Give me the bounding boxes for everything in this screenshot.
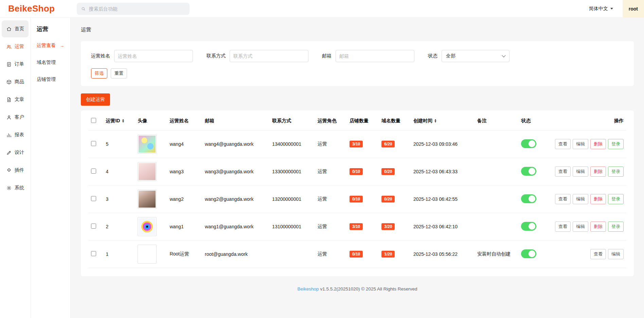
filter-button[interactable]: 筛选 bbox=[91, 68, 107, 78]
edit-button[interactable]: 编辑 bbox=[608, 249, 624, 259]
articles-icon bbox=[6, 97, 12, 103]
status-toggle[interactable] bbox=[521, 222, 536, 231]
edit-button[interactable]: 编辑 bbox=[573, 166, 588, 177]
cell-operator-name: Root运营 bbox=[167, 241, 202, 268]
status-toggle[interactable] bbox=[521, 167, 536, 176]
login-button[interactable]: 登录 bbox=[608, 222, 624, 232]
status-toggle[interactable] bbox=[521, 139, 536, 148]
delete-button[interactable]: 删除 bbox=[590, 194, 606, 204]
column-header-label: 域名数量 bbox=[381, 118, 400, 123]
search-input[interactable] bbox=[89, 6, 185, 12]
column-header: 头像 bbox=[135, 112, 167, 130]
sidebar-item-system[interactable]: 系统 bbox=[2, 179, 29, 196]
delete-button[interactable]: 删除 bbox=[590, 166, 606, 177]
operator-name-input[interactable] bbox=[114, 50, 193, 62]
cell-operator-id: 2 bbox=[103, 213, 135, 241]
column-header-label: 状态 bbox=[521, 118, 531, 123]
filter-group-contact: 联系方式 bbox=[207, 50, 308, 62]
column-header-label: 店铺数量 bbox=[350, 118, 369, 123]
cell-contact: 13200000001 bbox=[269, 186, 315, 213]
column-header-label: 运营ID bbox=[106, 118, 120, 123]
sidebar-item-products[interactable]: 商品 bbox=[2, 73, 29, 90]
domains-count-badge: 0/20 bbox=[381, 196, 395, 202]
sidebar-item-label: 文章 bbox=[15, 96, 24, 103]
cell-remark bbox=[475, 158, 518, 186]
row-checkbox[interactable] bbox=[91, 141, 96, 146]
design-icon bbox=[6, 150, 12, 156]
row-checkbox[interactable] bbox=[91, 169, 96, 174]
table-row: 5 wang4 wang4@guangda.work 13400000001 运… bbox=[88, 130, 626, 158]
login-button[interactable]: 登录 bbox=[608, 166, 624, 177]
domains-count-badge: 3/20 bbox=[381, 223, 395, 230]
delete-button[interactable]: 删除 bbox=[590, 222, 606, 232]
submenu-item[interactable]: 店铺管理 bbox=[31, 71, 70, 88]
column-header[interactable]: 创建时间▲▼ bbox=[411, 112, 475, 130]
sidebar-item-label: 报表 bbox=[15, 132, 24, 138]
view-button[interactable]: 查看 bbox=[555, 222, 571, 232]
column-header-label: 创建时间 bbox=[413, 118, 432, 123]
row-checkbox[interactable] bbox=[91, 224, 96, 229]
column-header: 操作 bbox=[550, 112, 626, 130]
language-dropdown[interactable]: 简体中文 bbox=[589, 6, 613, 12]
edit-button[interactable]: 编辑 bbox=[573, 222, 588, 232]
column-header-label: 运营姓名 bbox=[169, 118, 189, 123]
avatar bbox=[138, 245, 157, 264]
sidebar-item-customers[interactable]: 客户 bbox=[2, 109, 29, 126]
orders-icon bbox=[6, 61, 12, 67]
table-header-row: 运营ID▲▼头像运营姓名邮箱联系方式运营角色店铺数量域名数量创建时间▲▼备注状态… bbox=[88, 112, 626, 130]
cell-operator-id: 5 bbox=[103, 130, 135, 158]
login-button[interactable]: 登录 bbox=[608, 194, 624, 204]
submenu-item[interactable]: 运营查看→ bbox=[31, 37, 70, 54]
table-row: 2 wang1 wang1@guangda.work 13100000001 运… bbox=[88, 213, 626, 241]
status-select-value: 全部 bbox=[446, 53, 455, 59]
select-all-checkbox[interactable] bbox=[91, 118, 96, 123]
row-checkbox[interactable] bbox=[91, 196, 96, 201]
cell-email: wang4@guangda.work bbox=[202, 130, 269, 158]
cell-contact: 13300000001 bbox=[269, 158, 315, 186]
login-button[interactable]: 登录 bbox=[608, 139, 624, 149]
view-button[interactable]: 查看 bbox=[555, 166, 571, 177]
sidebar-item-home[interactable]: 首页 bbox=[2, 20, 29, 37]
toggle-knob bbox=[529, 250, 535, 257]
sort-icon[interactable]: ▲▼ bbox=[122, 119, 124, 123]
email-input[interactable] bbox=[336, 50, 414, 62]
shops-count-badge: 0/10 bbox=[350, 196, 363, 202]
edit-button[interactable]: 编辑 bbox=[573, 139, 588, 149]
filter-group-name: 运营姓名 bbox=[91, 50, 193, 62]
column-header: 域名数量 bbox=[379, 112, 411, 130]
sidebar-item-articles[interactable]: 文章 bbox=[2, 91, 29, 108]
edit-button[interactable]: 编辑 bbox=[573, 194, 588, 204]
chevron-down-icon bbox=[610, 8, 613, 10]
status-toggle[interactable] bbox=[521, 194, 536, 203]
user-menu[interactable]: root bbox=[623, 0, 644, 18]
sidebar: 首页运营订单商品文章客户报表设计插件系统 bbox=[0, 18, 31, 318]
cell-operator-id: 3 bbox=[103, 186, 135, 213]
column-header[interactable]: 运营ID▲▼ bbox=[103, 112, 135, 130]
sidebar-item-design[interactable]: 设计 bbox=[2, 144, 29, 161]
global-search[interactable] bbox=[77, 3, 190, 15]
delete-button[interactable]: 删除 bbox=[590, 139, 606, 149]
cell-created-time: 2025-12-03 05:56:22 bbox=[411, 241, 475, 268]
view-button[interactable]: 查看 bbox=[590, 249, 606, 259]
reset-button[interactable]: 重置 bbox=[111, 68, 127, 78]
view-button[interactable]: 查看 bbox=[555, 194, 571, 204]
submenu-title: 运营 bbox=[31, 18, 70, 37]
status-select[interactable]: 全部 bbox=[442, 50, 509, 62]
footer-brand-link[interactable]: Beikeshop bbox=[297, 286, 319, 292]
status-toggle[interactable] bbox=[521, 249, 536, 258]
sidebar-item-label: 插件 bbox=[15, 167, 24, 173]
sidebar-item-operations[interactable]: 运营 bbox=[2, 38, 29, 55]
view-button[interactable]: 查看 bbox=[555, 139, 571, 149]
submenu-item-label: 域名管理 bbox=[37, 59, 56, 66]
contact-input[interactable] bbox=[230, 50, 308, 62]
sidebar-item-reports[interactable]: 报表 bbox=[2, 126, 29, 143]
page-title: 运营 bbox=[81, 26, 634, 33]
submenu-item[interactable]: 域名管理 bbox=[31, 54, 70, 71]
sort-icon[interactable]: ▲▼ bbox=[434, 119, 437, 123]
create-operator-button[interactable]: 创建运营 bbox=[81, 93, 110, 106]
sidebar-item-plugins[interactable]: 插件 bbox=[2, 162, 29, 179]
app-logo[interactable]: BeikeShop bbox=[0, 3, 77, 14]
row-checkbox[interactable] bbox=[91, 251, 96, 256]
sidebar-item-orders[interactable]: 订单 bbox=[2, 56, 29, 73]
domains-count-badge: 0/20 bbox=[381, 168, 395, 175]
